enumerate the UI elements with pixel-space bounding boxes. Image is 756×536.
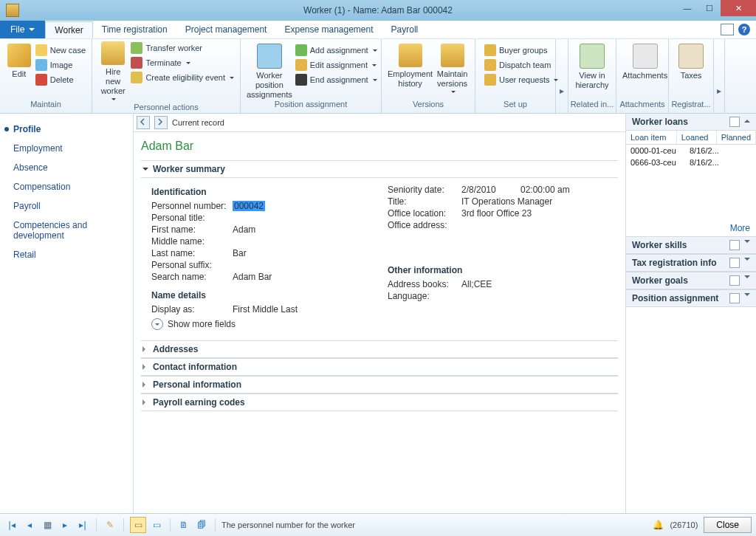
title-bar: Worker (1) - Name: Adam Bar 000042 — ☐ ✕	[0, 0, 756, 21]
prev-record-button[interactable]: ◂	[22, 518, 37, 532]
hire-new-worker-button[interactable]: Hire new worker	[97, 40, 129, 103]
chevron-right-icon	[142, 346, 148, 352]
tab-expense-management[interactable]: Expense management	[275, 21, 382, 38]
middle-name-label: Middle name:	[151, 236, 233, 247]
form-view-button[interactable]: ▭	[130, 517, 146, 533]
attachments-button[interactable]: Attachments	[621, 42, 669, 80]
ribbon-overflow-1[interactable]: ▸	[556, 56, 568, 96]
edit-assignment-button[interactable]: Edit assignment	[294, 58, 379, 72]
list-view-button[interactable]: ▭	[149, 518, 164, 532]
chevron-up-icon[interactable]	[744, 117, 750, 123]
personnel-number-value[interactable]: 000042	[233, 201, 265, 211]
close-button[interactable]: Close	[704, 517, 752, 533]
attach-list-button[interactable]: 🗐	[194, 518, 209, 532]
title-value[interactable]: IT Operations Manager	[461, 196, 552, 207]
personnel-number-label: Personnel number:	[151, 201, 233, 211]
address-books-value[interactable]: All;CEE	[461, 279, 492, 289]
dispatch-icon	[484, 59, 496, 71]
tab-project-management[interactable]: Project management	[176, 21, 276, 38]
maintain-versions-button[interactable]: Maintain versions	[434, 42, 470, 95]
dispatch-team-button[interactable]: Dispatch team	[483, 58, 560, 72]
tab-time-registration[interactable]: Time registration	[93, 21, 176, 38]
nav-employment[interactable]: Employment	[0, 139, 133, 158]
loans-column-headers: Loan item Loaned Planned	[626, 131, 756, 145]
worker-loans-header[interactable]: Worker loans	[626, 114, 756, 131]
buyer-groups-icon	[484, 44, 496, 56]
nav-compensation[interactable]: Compensation	[0, 177, 133, 196]
close-window-button[interactable]: ✕	[721, 0, 756, 16]
last-record-button[interactable]: ▸|	[75, 518, 90, 532]
grid-icon[interactable]	[729, 117, 740, 127]
section-addresses[interactable]: Addresses	[141, 340, 618, 358]
buyer-groups-button[interactable]: Buyer groups	[483, 44, 560, 57]
add-assignment-button[interactable]: Add assignment	[294, 44, 379, 57]
loan-row[interactable]: 0000-01-ceu8/16/2...	[626, 145, 756, 157]
col-loaned[interactable]: Loaned	[677, 131, 717, 144]
grid-view-button[interactable]: ▦	[40, 518, 55, 532]
create-eligibility-event-button[interactable]: Create eligibility event	[129, 71, 236, 84]
position-icon	[257, 44, 282, 69]
chevron-right-icon	[142, 399, 148, 405]
seniority-date-value: 2/8/2010	[461, 185, 520, 195]
grid-icon[interactable]	[729, 258, 740, 268]
first-record-button[interactable]: |◂	[4, 518, 19, 532]
file-menu[interactable]: File	[0, 21, 45, 38]
next-record-button[interactable]: ▸	[58, 518, 72, 532]
end-assignment-button[interactable]: End assignment	[294, 73, 379, 86]
section-personal-information[interactable]: Personal information	[141, 376, 618, 394]
help-icon[interactable]: ?	[738, 24, 750, 35]
left-nav: Profile Employment Absence Compensation …	[0, 114, 134, 513]
prev-record-icon[interactable]	[137, 116, 150, 129]
new-case-button[interactable]: New case	[34, 44, 87, 57]
bell-icon[interactable]: 🔔	[653, 520, 664, 530]
grid-icon[interactable]	[729, 293, 740, 303]
window-title: Worker (1) - Name: Adam Bar 000042	[0, 5, 756, 16]
worker-goals-section[interactable]: Worker goals	[626, 272, 756, 289]
view-in-hierarchy-button[interactable]: View in hierarchy	[573, 42, 611, 90]
user-requests-button[interactable]: User requests	[483, 73, 560, 86]
ribbon-overflow-2[interactable]: ▸	[714, 56, 724, 96]
end-icon	[295, 74, 307, 86]
user-requests-icon	[484, 74, 496, 86]
show-more-fields[interactable]: Show more fields	[151, 315, 358, 330]
worker-position-assignments-button[interactable]: Worker position assignments	[245, 42, 294, 100]
window-icon[interactable]	[721, 24, 734, 35]
nav-absence[interactable]: Absence	[0, 158, 133, 177]
section-worker-summary[interactable]: Worker summary	[141, 160, 618, 178]
tab-worker[interactable]: Worker	[45, 21, 92, 38]
grid-icon[interactable]	[729, 275, 740, 286]
edit-record-button[interactable]: ✎	[103, 518, 117, 532]
image-button[interactable]: Image	[34, 58, 87, 72]
status-bar: |◂ ◂ ▦ ▸ ▸| ✎ ▭ ▭ 🗎 🗐 The personnel numb…	[0, 513, 756, 536]
chevron-down-icon	[744, 275, 750, 281]
delete-button[interactable]: Delete	[34, 73, 87, 86]
col-loan-item[interactable]: Loan item	[626, 131, 677, 144]
transfer-icon	[131, 42, 142, 54]
attach-doc-button[interactable]: 🗎	[176, 518, 191, 532]
nav-retail[interactable]: Retail	[0, 245, 133, 264]
grid-icon[interactable]	[729, 240, 740, 250]
more-link[interactable]: More	[626, 220, 756, 236]
edit-button[interactable]: Edit	[4, 42, 34, 79]
next-record-icon[interactable]	[154, 116, 168, 129]
taxes-button[interactable]: Taxes	[673, 42, 709, 80]
worker-skills-section[interactable]: Worker skills	[626, 236, 756, 254]
notification-count[interactable]: (26710)	[670, 520, 698, 529]
section-contact-information[interactable]: Contact information	[141, 358, 618, 376]
employment-history-button[interactable]: Employment history	[386, 42, 434, 89]
position-assignment-section[interactable]: Position assignment	[626, 289, 756, 307]
loan-row[interactable]: 0666-03-ceu8/16/2...	[626, 157, 756, 168]
nav-profile[interactable]: Profile	[0, 120, 133, 139]
tab-payroll[interactable]: Payroll	[382, 21, 427, 38]
transfer-worker-button[interactable]: Transfer worker	[129, 41, 236, 55]
current-record-label: Current record	[172, 118, 224, 127]
section-payroll-earning-codes[interactable]: Payroll earning codes	[141, 394, 618, 411]
tax-registration-section[interactable]: Tax registration info	[626, 254, 756, 272]
nav-competencies[interactable]: Competencies and development	[0, 216, 133, 245]
maximize-button[interactable]: ☐	[698, 0, 721, 16]
col-planned[interactable]: Planned	[717, 131, 756, 144]
display-as-value[interactable]: First Middle Last	[233, 304, 298, 315]
terminate-button[interactable]: Terminate	[129, 56, 236, 69]
minimize-button[interactable]: —	[676, 0, 698, 16]
nav-payroll[interactable]: Payroll	[0, 196, 133, 216]
